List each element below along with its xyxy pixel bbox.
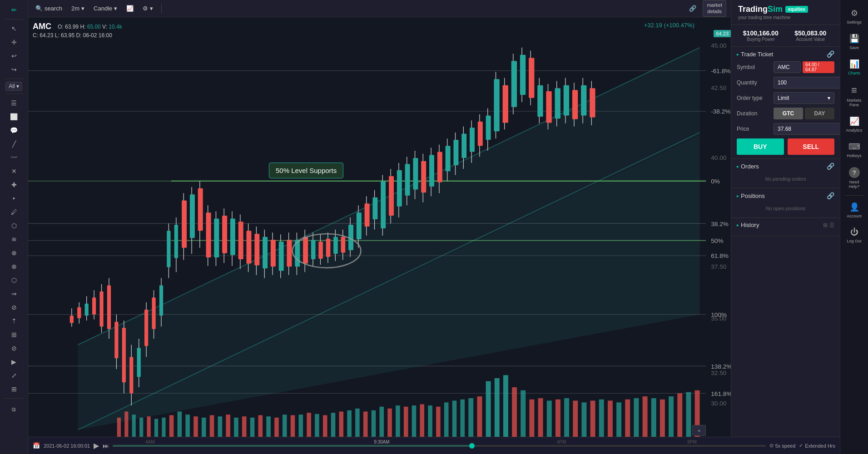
svg-rect-108 xyxy=(429,155,434,186)
svg-rect-20 xyxy=(85,304,89,316)
orders-header[interactable]: Orders 🔗 xyxy=(737,163,834,170)
search-btn[interactable]: 🔍 search xyxy=(33,3,65,14)
left-toolbar: ✏ ↖ ✛ ↩ ↪ All ▾ ☰ ⬜ 💬 ╱ 〰 ✕ ✚ • 🖊 ⬡ ≋ ⊕ … xyxy=(0,0,28,454)
sidebar-item-charts[interactable]: 📊 Charts xyxy=(842,54,867,80)
cursor-tool[interactable]: ↖ xyxy=(6,22,22,35)
price-input-row: ▲ ▼ xyxy=(774,123,840,135)
hex-2-tool[interactable]: ⬡ xyxy=(6,274,22,286)
grid-tool[interactable]: ⊞ xyxy=(6,328,22,341)
history-menu-icon[interactable]: ☰ xyxy=(829,222,834,228)
skip-button[interactable]: ⏭ xyxy=(103,442,109,449)
sidebar-account-label: Account xyxy=(847,214,862,218)
chart-type-btn[interactable]: Candle ▾ xyxy=(91,3,120,14)
ban-2-tool[interactable]: ⊘ xyxy=(6,342,22,355)
hex-tool[interactable]: ⬡ xyxy=(6,219,22,232)
crosshair-tool[interactable]: ✛ xyxy=(6,36,22,49)
chart-svg[interactable]: 9:30 10:00 10:30 11:00 11:30 12:00 12:30… xyxy=(28,17,731,454)
ban-tool[interactable]: ⊘ xyxy=(6,301,22,314)
text-tool[interactable]: 💬 xyxy=(6,124,22,137)
order-type-value: Limit xyxy=(778,95,789,101)
pen-tool[interactable]: 🖊 xyxy=(6,206,22,218)
duration-row: Duration GTC DAY xyxy=(737,108,834,119)
trade-ticket-title: Trade Ticket xyxy=(737,51,773,58)
grid-2-tool[interactable]: ⊞ xyxy=(6,383,22,395)
svg-rect-78 xyxy=(311,240,316,259)
multi-line-tool[interactable]: ≋ xyxy=(6,233,22,246)
order-type-select[interactable]: Limit ▾ xyxy=(774,92,834,104)
sidebar-item-save[interactable]: 💾 Save xyxy=(842,29,867,54)
line-chart-btn[interactable]: 📈 xyxy=(124,3,136,14)
sidebar-item-hotkeys[interactable]: ⌨ Hotkeys xyxy=(842,137,867,163)
arrow-tool[interactable]: ⇒ xyxy=(6,287,22,300)
all-label: All xyxy=(9,83,15,89)
svg-text:0%: 0% xyxy=(711,178,720,185)
buy-button[interactable]: BUY xyxy=(737,138,784,155)
settings-btn[interactable]: ⚙ ▾ xyxy=(140,3,156,14)
svg-rect-130 xyxy=(520,55,526,95)
svg-rect-44 xyxy=(174,225,178,258)
rect-tool[interactable]: ⬜ xyxy=(6,110,22,123)
sidebar-item-need-help[interactable]: ? NeedHelp? xyxy=(842,163,867,193)
copy-tool[interactable]: ⧉ xyxy=(6,403,22,416)
speed-control[interactable]: ⊙ 5x speed xyxy=(769,443,796,449)
sidebar-item-analytics[interactable]: 📈 Analytics xyxy=(842,112,867,137)
positions-section: Positions 🔗 No open positions xyxy=(731,188,840,218)
dot-tool[interactable]: • xyxy=(6,192,22,205)
timeline-bar-area[interactable]: 4AM 9:30AM 4PM 8PM xyxy=(113,437,766,454)
line-tool[interactable]: ☰ xyxy=(6,97,22,109)
orders-empty-text: No pending orders xyxy=(737,173,834,184)
history-grid-icon[interactable]: ⊞ xyxy=(823,222,828,228)
trade-ticket-link-icon[interactable]: 🔗 xyxy=(827,50,834,58)
markets-pane-icon: ≡ xyxy=(851,84,857,96)
timeframe-btn[interactable]: 2m ▾ xyxy=(69,3,87,14)
svg-rect-22 xyxy=(92,297,96,314)
svg-rect-142 xyxy=(572,90,578,119)
market-details-btn[interactable]: marketdetails xyxy=(703,0,726,16)
delete-tool[interactable]: 🗑 xyxy=(0,403,2,416)
timeline-thumb[interactable] xyxy=(469,443,475,449)
svg-text:45.00: 45.00 xyxy=(711,42,726,49)
sidebar-item-account[interactable]: 👤 Account xyxy=(842,197,867,223)
pencil-tool[interactable]: ✏ xyxy=(6,4,22,16)
circle-tool[interactable]: ⊕ xyxy=(6,247,22,259)
symbol-input[interactable] xyxy=(774,61,801,73)
play-tool[interactable]: ▶ xyxy=(6,355,22,368)
undo-tool[interactable]: ↩ xyxy=(6,49,22,62)
history-header[interactable]: History ⊞ ☰ xyxy=(737,222,834,228)
all-dropdown[interactable]: All ▾ xyxy=(5,82,22,91)
price-input[interactable] xyxy=(774,123,840,135)
play-button[interactable]: ▶ xyxy=(94,441,99,450)
redo-tool[interactable]: ↪ xyxy=(6,63,22,76)
timeline-filled xyxy=(113,445,472,447)
expand-btn[interactable]: » xyxy=(692,425,706,436)
sidebar-item-settings[interactable]: ⚙ Settings xyxy=(842,4,867,29)
wave-tool[interactable]: 〰 xyxy=(6,151,22,164)
chart-container: AMC O: 63.99 H: 65.00 V: 10.4k C: 64.23 … xyxy=(28,17,731,454)
svg-rect-104 xyxy=(413,158,418,189)
up-arrow-tool[interactable]: ⇡ xyxy=(6,315,22,327)
cross-tool[interactable]: ⊗ xyxy=(6,260,22,273)
quantity-input[interactable] xyxy=(774,77,840,89)
link-btn[interactable]: 🔗 xyxy=(686,3,699,14)
duration-gtc-btn[interactable]: GTC xyxy=(774,108,803,119)
diagonal-line-tool[interactable]: ╱ xyxy=(6,138,22,150)
toolbar-divider-3 xyxy=(5,94,23,94)
sidebar-item-markets-pane[interactable]: ≡ MarketsPane xyxy=(842,80,867,112)
svg-rect-50 xyxy=(198,188,203,231)
x-tool[interactable]: ✕ xyxy=(6,165,22,178)
plus-tool[interactable]: ✚ xyxy=(6,178,22,191)
duration-day-btn[interactable]: DAY xyxy=(805,108,834,119)
orders-link-icon[interactable]: 🔗 xyxy=(827,163,834,170)
equities-badge[interactable]: equities xyxy=(785,6,808,13)
expand-tool[interactable]: ⤢ xyxy=(6,369,22,382)
trade-ticket-header[interactable]: Trade Ticket 🔗 xyxy=(737,50,834,58)
svg-rect-140 xyxy=(564,85,569,116)
extended-hours-toggle[interactable]: ✓ Extended Hrs xyxy=(799,443,835,449)
sell-button[interactable]: SELL xyxy=(788,138,835,155)
chart-ohlc: O: 63.99 H: 65.00 V: 10.4k xyxy=(58,24,122,30)
sidebar-markets-label: MarketsPane xyxy=(847,98,861,107)
sidebar-item-logout[interactable]: ⏻ Log Out xyxy=(842,223,867,248)
svg-rect-96 xyxy=(381,181,386,228)
positions-link-icon[interactable]: 🔗 xyxy=(827,192,834,199)
positions-header[interactable]: Positions 🔗 xyxy=(737,192,834,199)
